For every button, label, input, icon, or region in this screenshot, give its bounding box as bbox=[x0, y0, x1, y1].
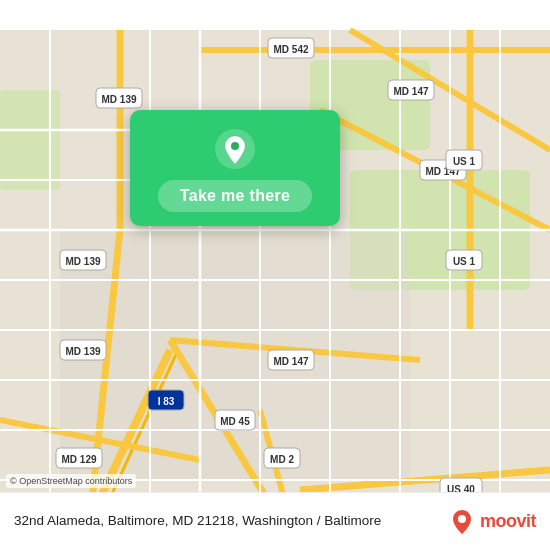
svg-text:MD 147: MD 147 bbox=[393, 86, 428, 97]
svg-text:MD 139: MD 139 bbox=[101, 94, 136, 105]
svg-text:MD 139: MD 139 bbox=[65, 346, 100, 357]
take-me-there-button[interactable]: Take me there bbox=[158, 180, 312, 212]
svg-point-65 bbox=[458, 515, 466, 523]
map-container: MD 139 MD 139 MD 139 MD 542 MD 147 MD 14… bbox=[0, 0, 550, 550]
svg-text:MD 542: MD 542 bbox=[273, 44, 308, 55]
moovit-logo: moovit bbox=[448, 508, 536, 536]
location-card: Take me there bbox=[130, 110, 340, 226]
bottom-bar: 32nd Alameda, Baltimore, MD 21218, Washi… bbox=[0, 492, 550, 550]
address-text: 32nd Alameda, Baltimore, MD 21218, Washi… bbox=[14, 512, 436, 531]
svg-text:MD 129: MD 129 bbox=[61, 454, 96, 465]
osm-credit: © OpenStreetMap contributors bbox=[6, 474, 136, 488]
svg-text:MD 45: MD 45 bbox=[220, 416, 250, 427]
svg-text:US 1: US 1 bbox=[453, 256, 476, 267]
location-pin-icon bbox=[214, 128, 256, 170]
svg-point-64 bbox=[231, 142, 239, 150]
svg-text:US 1: US 1 bbox=[453, 156, 476, 167]
svg-text:I 83: I 83 bbox=[158, 396, 175, 407]
map-background: MD 139 MD 139 MD 139 MD 542 MD 147 MD 14… bbox=[0, 0, 550, 550]
svg-text:MD 2: MD 2 bbox=[270, 454, 294, 465]
moovit-icon bbox=[448, 508, 476, 536]
svg-text:MD 147: MD 147 bbox=[273, 356, 308, 367]
svg-text:MD 139: MD 139 bbox=[65, 256, 100, 267]
moovit-name: moovit bbox=[480, 511, 536, 532]
moovit-brand: moovit bbox=[448, 508, 536, 536]
